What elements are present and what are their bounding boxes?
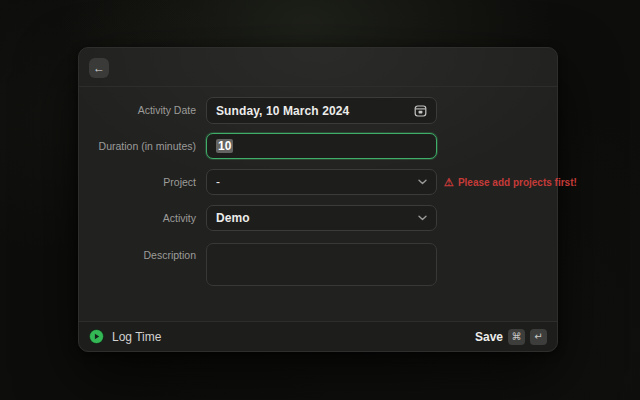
project-warning: ⚠ Please add projects first! bbox=[444, 169, 577, 196]
log-time-action: Log Time bbox=[89, 329, 161, 344]
save-button[interactable]: Save ⌘ ↵ bbox=[475, 329, 547, 345]
log-time-dialog: ← Activity Date Sunday, 10 March 2024 Du… bbox=[78, 47, 558, 352]
save-label: Save bbox=[475, 330, 503, 344]
activity-value: Demo bbox=[216, 211, 250, 225]
description-label: Description bbox=[79, 249, 196, 261]
chevron-down-icon bbox=[418, 215, 427, 221]
duration-label: Duration (in minutes) bbox=[79, 140, 196, 152]
duration-input[interactable]: 10 bbox=[206, 133, 437, 159]
warning-icon: ⚠ bbox=[444, 177, 454, 188]
play-icon bbox=[89, 329, 104, 344]
project-value: - bbox=[216, 175, 220, 189]
back-arrow-icon: ← bbox=[93, 61, 105, 75]
calendar-icon[interactable] bbox=[414, 104, 427, 117]
return-key-icon: ↵ bbox=[530, 329, 547, 345]
dialog-header: ← bbox=[79, 48, 557, 87]
duration-value: 10 bbox=[216, 139, 233, 153]
chevron-down-icon bbox=[418, 179, 427, 185]
back-button[interactable]: ← bbox=[89, 58, 109, 78]
activity-label: Activity bbox=[79, 212, 196, 224]
activity-date-value: Sunday, 10 March 2024 bbox=[216, 104, 349, 118]
warning-text: Please add projects first! bbox=[458, 177, 577, 188]
activity-select[interactable]: Demo bbox=[206, 205, 437, 231]
activity-date-field[interactable]: Sunday, 10 March 2024 bbox=[206, 97, 437, 124]
log-time-title: Log Time bbox=[112, 330, 161, 344]
activity-date-label: Activity Date bbox=[79, 104, 196, 116]
command-key-icon: ⌘ bbox=[508, 329, 525, 345]
dialog-footer: Log Time Save ⌘ ↵ bbox=[79, 321, 557, 351]
project-select[interactable]: - bbox=[206, 169, 437, 195]
project-label: Project bbox=[79, 176, 196, 188]
desktop-background: ← Activity Date Sunday, 10 March 2024 Du… bbox=[0, 0, 640, 400]
description-textarea[interactable] bbox=[206, 243, 437, 286]
